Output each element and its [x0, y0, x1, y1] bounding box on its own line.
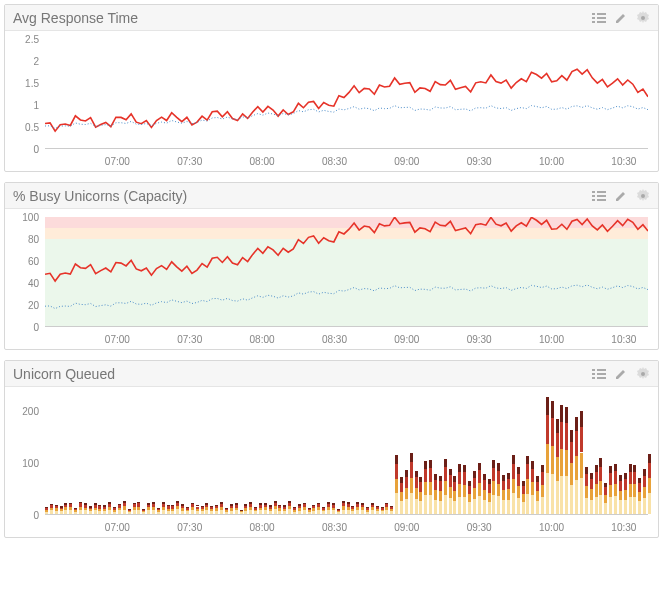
- bar: [186, 507, 189, 514]
- series-primary: [45, 69, 648, 131]
- bar: [595, 465, 598, 514]
- svg-rect-15: [597, 369, 606, 371]
- bar: [614, 464, 617, 514]
- svg-rect-10: [597, 195, 606, 197]
- bar: [638, 478, 641, 514]
- bar: [415, 471, 418, 514]
- bar: [395, 455, 398, 514]
- bar: [215, 505, 218, 514]
- y-tick: 0: [5, 144, 39, 155]
- bar: [196, 505, 199, 514]
- y-tick: 2.5: [5, 34, 39, 45]
- y-tick: 1.5: [5, 78, 39, 89]
- gear-icon[interactable]: [636, 367, 650, 381]
- panel-busy-unicorns: % Busy Unicorns (Capacity) 0204060801000…: [4, 182, 659, 350]
- bar: [205, 503, 208, 514]
- panel-title: % Busy Unicorns (Capacity): [13, 188, 187, 204]
- bar: [162, 502, 165, 514]
- chart-area: 00.511.522.507:0007:3008:0008:3009:0009:…: [5, 31, 658, 171]
- bar: [264, 503, 267, 514]
- bar: [60, 506, 63, 514]
- bar: [171, 505, 174, 514]
- x-tick: 07:00: [105, 156, 130, 167]
- bar: [84, 503, 87, 514]
- gear-icon[interactable]: [636, 189, 650, 203]
- y-tick: 100: [5, 212, 39, 223]
- edit-icon[interactable]: [614, 11, 628, 25]
- svg-rect-9: [592, 195, 595, 197]
- bar: [167, 505, 170, 514]
- bar: [444, 459, 447, 514]
- bar: [356, 502, 359, 514]
- bar: [283, 505, 286, 514]
- bar: [89, 506, 92, 514]
- svg-rect-1: [597, 13, 606, 15]
- bar: [235, 503, 238, 514]
- chart-area: 02040608010007:0007:3008:0008:3009:0009:…: [5, 209, 658, 349]
- svg-rect-4: [592, 21, 595, 23]
- x-tick: 08:00: [250, 522, 275, 533]
- bar: [556, 419, 559, 514]
- bar: [201, 506, 204, 514]
- bar: [98, 505, 101, 514]
- x-tick: 08:30: [322, 522, 347, 533]
- bar: [429, 460, 432, 514]
- x-tick: 09:30: [467, 522, 492, 533]
- bar: [502, 475, 505, 514]
- bar: [565, 407, 568, 514]
- x-tick: 09:30: [467, 334, 492, 345]
- x-tick: 07:30: [177, 334, 202, 345]
- bar: [312, 505, 315, 514]
- bar: [497, 463, 500, 514]
- bar: [376, 506, 379, 514]
- bar: [390, 506, 393, 514]
- bar: [288, 501, 291, 514]
- bar: [434, 474, 437, 514]
- bar: [269, 505, 272, 514]
- panel-title: Avg Response Time: [13, 10, 138, 26]
- x-tick: 07:30: [177, 522, 202, 533]
- bar: [50, 504, 53, 514]
- bar: [366, 507, 369, 514]
- series-secondary: [45, 285, 648, 309]
- bar: [108, 502, 111, 514]
- series-primary: [45, 217, 648, 281]
- bar: [322, 507, 325, 514]
- bar: [181, 504, 184, 514]
- bar: [94, 503, 97, 514]
- legend-icon[interactable]: [592, 367, 606, 381]
- bar: [517, 467, 520, 514]
- bar: [560, 405, 563, 514]
- x-tick: 08:30: [322, 156, 347, 167]
- gear-icon[interactable]: [636, 11, 650, 25]
- legend-icon[interactable]: [592, 11, 606, 25]
- panel-avg-response-time: Avg Response Time 00.511.522.507:0007:30…: [4, 4, 659, 172]
- panel-header: Avg Response Time: [5, 5, 658, 31]
- bar: [624, 473, 627, 514]
- x-tick: 10:00: [539, 522, 564, 533]
- bar: [546, 397, 549, 514]
- edit-icon[interactable]: [614, 189, 628, 203]
- bar: [619, 475, 622, 514]
- bar: [123, 501, 126, 514]
- edit-icon[interactable]: [614, 367, 628, 381]
- bar: [453, 476, 456, 514]
- legend-icon[interactable]: [592, 189, 606, 203]
- bar: [633, 465, 636, 514]
- bar: [254, 507, 257, 514]
- bar: [113, 507, 116, 514]
- bar: [410, 453, 413, 514]
- bar: [55, 505, 58, 514]
- y-tick: 0: [5, 322, 39, 333]
- x-tick: 10:30: [611, 522, 636, 533]
- x-tick: 07:00: [105, 334, 130, 345]
- bar: [643, 469, 646, 514]
- bar: [371, 503, 374, 514]
- bar: [585, 467, 588, 514]
- bar: [74, 508, 77, 514]
- x-tick: 09:00: [394, 522, 419, 533]
- y-tick: 200: [5, 405, 39, 416]
- bar: [400, 477, 403, 514]
- bar: [580, 411, 583, 514]
- y-tick: 20: [5, 300, 39, 311]
